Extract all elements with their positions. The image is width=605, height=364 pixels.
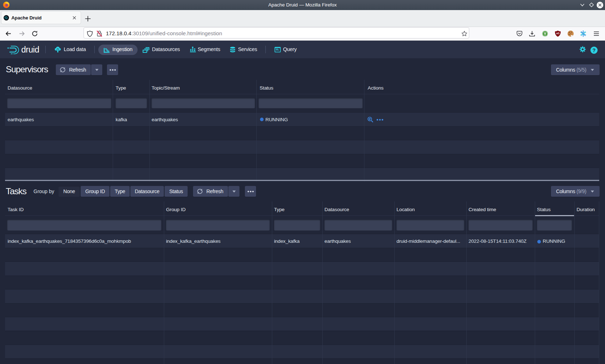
svg-text:uO: uO <box>556 32 559 35</box>
svg-text:?: ? <box>592 47 596 53</box>
